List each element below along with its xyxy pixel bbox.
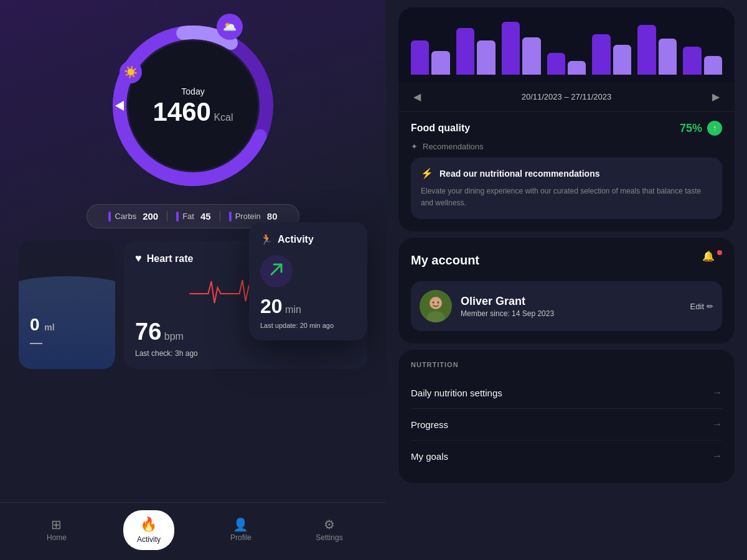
protein-label: Protein <box>235 212 261 221</box>
nutrition-goals[interactable]: My goals → <box>411 441 722 472</box>
settings-label: Settings <box>316 533 342 542</box>
food-quality-label: Food quality <box>411 123 470 134</box>
progress-label: Progress <box>411 419 448 430</box>
macro-fat: Fat 45 <box>167 211 220 222</box>
avatar <box>420 290 452 322</box>
ring-calories-display: 1460 Kcal <box>153 99 233 125</box>
calories-value: 1460 <box>153 97 210 126</box>
bar-4b <box>568 61 586 75</box>
bar-group-6 <box>637 25 677 75</box>
daily-settings-arrow: → <box>712 387 722 398</box>
settings-icon: ⚙ <box>324 518 335 531</box>
svg-point-10 <box>438 302 439 304</box>
nutrition-daily-settings[interactable]: Daily nutrition settings → <box>411 377 722 409</box>
profile-icon: 👤 <box>233 518 248 531</box>
carbs-dot <box>108 212 111 222</box>
bar-group-5 <box>592 34 631 75</box>
water-value: 0 ml <box>30 315 55 335</box>
bar-7b <box>704 56 722 75</box>
food-quality-card: ◀ 20/11/2023 – 27/11/2023 ▶ Food quality… <box>398 7 735 231</box>
food-quality-percentage: 75% ↑ <box>680 121 722 136</box>
user-row: Oliver Grant Member since: 14 Sep 2023 E… <box>411 281 722 331</box>
right-panel: ◀ 20/11/2023 – 27/11/2023 ▶ Food quality… <box>386 0 747 560</box>
pct-up-badge: ↑ <box>707 121 722 136</box>
macro-protein: Protein 80 <box>220 211 286 222</box>
calories-unit: Kcal <box>214 112 233 123</box>
activity-card: 🏃 Activity 20 min Last update: 20 min <box>249 222 367 340</box>
rec-card: ⚡ Read our nutritional recommendations E… <box>411 157 722 219</box>
avatar-svg <box>420 290 452 322</box>
bpm-value: 76 <box>135 319 161 345</box>
bar-group-4 <box>547 53 586 75</box>
rec-card-title: ⚡ Read our nutritional recommendations <box>421 167 712 179</box>
account-header: My account 🔔 <box>411 250 722 270</box>
activity-duration: 20 min <box>260 295 356 318</box>
edit-button[interactable]: Edit ✏ <box>690 302 713 311</box>
heart-icon: ♥ <box>135 252 142 265</box>
rec-header: ✦ Recomendations <box>411 142 722 151</box>
cards-section: 0 ml ♥ Heart rate 76 bpm Last check: 3h … <box>0 228 386 369</box>
activity-title: 🏃 Activity <box>260 233 356 245</box>
cloud-icon: 🌥️ <box>217 14 243 40</box>
ring-day-label: Today <box>153 86 233 96</box>
fat-dot <box>176 212 179 222</box>
progress-arrow: → <box>712 419 722 430</box>
nav-home[interactable]: ⊞ Home <box>35 518 78 542</box>
bar-5b <box>613 45 631 75</box>
nutrition-progress[interactable]: Progress → <box>411 409 722 441</box>
ring-section: ☀️ 🌥️ Today 1460 Kcal <box>0 0 386 193</box>
notification-bell[interactable]: 🔔 <box>702 250 722 270</box>
sun-icon: ☀️ <box>120 61 142 83</box>
nutrition-section-label: NUTRTITION <box>411 361 722 368</box>
bar-7a <box>683 47 701 75</box>
profile-label: Profile <box>230 533 251 542</box>
fat-value: 45 <box>200 211 211 222</box>
nutrition-section: NUTRTITION Daily nutrition settings → Pr… <box>398 350 735 483</box>
edit-icon: ✏ <box>707 302 713 311</box>
recommendations-section: ✦ Recomendations ⚡ Read our nutritional … <box>398 142 735 219</box>
pct-value: 75% <box>680 122 702 135</box>
arrow-indicator <box>115 101 124 111</box>
bar-1a <box>411 40 429 75</box>
nav-profile[interactable]: 👤 Profile <box>219 518 263 542</box>
nav-settings[interactable]: ⚙ Settings <box>308 518 351 542</box>
spark-icon: ✦ <box>411 142 418 151</box>
bolt-icon: ⚡ <box>421 167 433 179</box>
date-range: 20/11/2023 – 27/11/2023 <box>522 92 612 101</box>
goals-arrow: → <box>712 450 722 462</box>
carbs-value: 200 <box>143 211 158 222</box>
my-account-card: My account 🔔 <box>398 238 735 343</box>
date-nav: ◀ 20/11/2023 – 27/11/2023 ▶ <box>398 82 735 112</box>
carbs-label: Carbs <box>115 212 136 221</box>
macro-carbs: Carbs 200 <box>100 211 167 222</box>
notification-dot <box>717 250 722 255</box>
bar-group-2 <box>456 28 496 75</box>
water-unit: ml <box>44 322 54 332</box>
rec-header-label: Recomendations <box>423 142 484 151</box>
nav-activity[interactable]: 🔥 Activity <box>123 510 174 550</box>
ring-center: Today 1460 Kcal <box>153 86 233 125</box>
bar-chart <box>398 7 735 82</box>
activity-nav-label: Activity <box>137 535 161 544</box>
home-icon: ⊞ <box>51 518 62 531</box>
user-member-since: Member since: 14 Sep 2023 <box>461 309 682 318</box>
date-next-button[interactable]: ▶ <box>707 88 725 105</box>
last-update: Last update: 20 min ago <box>260 322 356 329</box>
activity-arrow-icon <box>268 261 285 282</box>
bar-3b <box>522 37 540 75</box>
account-title: My account <box>411 253 479 268</box>
activity-minutes: 20 <box>260 295 283 317</box>
bottom-nav: ⊞ Home 🔥 Activity 👤 Profile ⚙ Settings <box>0 502 386 560</box>
fire-icon: 🔥 <box>140 516 157 533</box>
goals-label: My goals <box>411 451 448 462</box>
home-label: Home <box>47 533 67 542</box>
activity-icon-circle <box>260 255 293 287</box>
bar-3a <box>502 22 520 75</box>
fat-label: Fat <box>182 212 194 221</box>
food-quality-row: Food quality 75% ↑ <box>398 112 735 142</box>
date-prev-button[interactable]: ◀ <box>408 88 426 105</box>
bar-group-7 <box>683 47 722 75</box>
bar-1b <box>431 51 449 75</box>
bar-group-1 <box>411 40 450 75</box>
calorie-ring: ☀️ 🌥️ Today 1460 Kcal <box>106 19 280 193</box>
